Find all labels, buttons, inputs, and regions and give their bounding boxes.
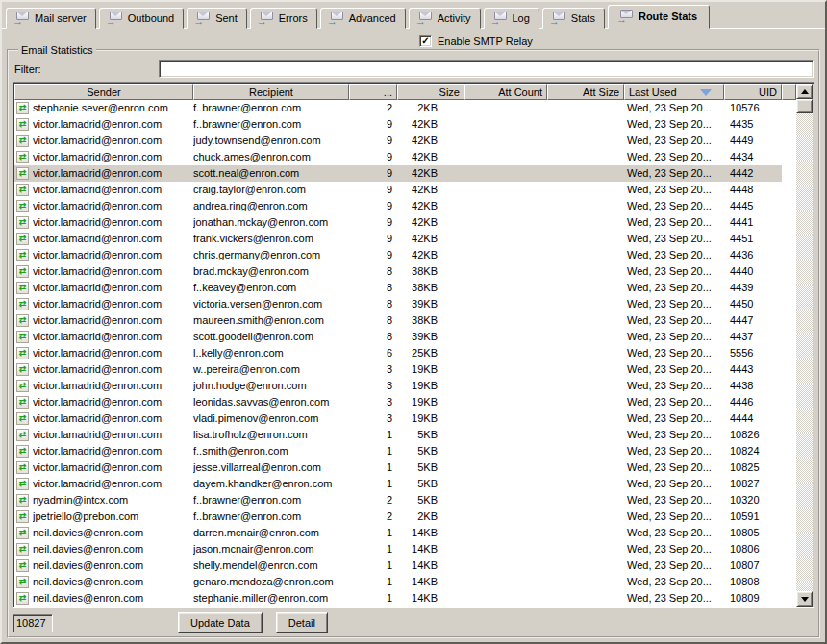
table-row[interactable]: ⇄ victor.lamadrid@enron.com f..brawner@e…	[14, 116, 782, 133]
size-cell: 19KB	[397, 394, 464, 410]
table-row[interactable]: ⇄ victor.lamadrid@enron.com jesse.villar…	[14, 459, 782, 476]
table-row[interactable]: ⇄ jpetriello@prebon.com f..brawner@enron…	[14, 508, 782, 525]
route-icon: ⇄	[16, 233, 29, 245]
tab[interactable]: → Stats	[542, 8, 605, 29]
scroll-up-button[interactable]	[796, 84, 813, 99]
size-cell: 25KB	[397, 345, 464, 361]
table-row[interactable]: ⇄ victor.lamadrid@enron.com lisa.trofhol…	[14, 427, 782, 443]
table-row[interactable]: ⇄ victor.lamadrid@enron.com john.hodge@e…	[14, 378, 782, 394]
tab[interactable]: → Log	[484, 8, 539, 29]
count-cell: 1	[349, 459, 397, 476]
att-size-cell	[547, 345, 624, 361]
table-row[interactable]: ⇄ victor.lamadrid@enron.com chris.german…	[14, 247, 782, 263]
table-row[interactable]: ⇄ victor.lamadrid@enron.com chuck.ames@e…	[14, 149, 782, 165]
table-row[interactable]: ⇄ victor.lamadrid@enron.com dayem.khandk…	[14, 476, 782, 492]
table-row[interactable]: ⇄ victor.lamadrid@enron.com craig.taylor…	[14, 182, 782, 198]
tab[interactable]: → Mail server	[6, 8, 96, 29]
uid-cell: 10826	[724, 427, 782, 443]
table-row[interactable]: ⇄ victor.lamadrid@enron.com victoria.ver…	[14, 296, 782, 312]
table-row[interactable]: ⇄ victor.lamadrid@enron.com brad.mckay@e…	[14, 263, 782, 280]
column-header-recipient[interactable]: Recipient	[193, 84, 349, 100]
sender-cell: victor.lamadrid@enron.com	[33, 361, 162, 378]
last-used-cell: Wed, 23 Sep 20...	[624, 116, 724, 133]
column-header-sender[interactable]: Sender	[14, 84, 193, 100]
uid-cell: 10824	[724, 443, 782, 459]
table-row[interactable]: ⇄ neil.davies@enron.com jason.mcnair@enr…	[14, 541, 782, 557]
detail-button[interactable]: Detail	[276, 612, 328, 633]
table-row[interactable]: ⇄ neil.davies@enron.com genaro.mendoza@e…	[14, 574, 782, 590]
tab[interactable]: → Outbound	[99, 8, 184, 29]
tab[interactable]: → Activity	[409, 8, 481, 29]
mail-forward-icon: →	[617, 10, 634, 22]
last-used-cell: Wed, 23 Sep 20...	[624, 345, 724, 361]
scroll-down-button[interactable]	[796, 591, 813, 607]
table-body: ⇄ stephanie.sever@enron.com f..brawner@e…	[14, 100, 796, 607]
att-count-cell	[464, 263, 547, 280]
route-icon: ⇄	[16, 298, 29, 310]
uid-cell: 4448	[724, 182, 782, 198]
uid-cell: 10808	[724, 574, 782, 590]
table-row[interactable]: ⇄ victor.lamadrid@enron.com vladi.pimeno…	[14, 410, 782, 427]
table-row[interactable]: ⇄ victor.lamadrid@enron.com maureen.smit…	[14, 312, 782, 329]
count-cell: 6	[349, 345, 397, 361]
uid-cell: 4437	[724, 329, 782, 345]
table-row[interactable]: ⇄ victor.lamadrid@enron.com f..smith@enr…	[14, 443, 782, 459]
forward-arrow-icon: →	[257, 16, 267, 27]
table-row[interactable]: ⇄ victor.lamadrid@enron.com frank.vicker…	[14, 231, 782, 247]
uid-cell: 10320	[724, 492, 782, 508]
count-cell: 1	[349, 476, 397, 492]
table-row[interactable]: ⇄ victor.lamadrid@enron.com l..kelly@enr…	[14, 345, 782, 361]
table-row[interactable]: ⇄ nyadmin@intcx.com f..brawner@enron.com…	[14, 492, 782, 508]
scrollbar-thumb[interactable]	[796, 99, 813, 113]
table-row[interactable]: ⇄ victor.lamadrid@enron.com w..pereira@e…	[14, 361, 782, 378]
table-row[interactable]: ⇄ neil.davies@enron.com shelly.mendel@en…	[14, 557, 782, 574]
update-data-button[interactable]: Update Data	[178, 612, 263, 633]
tab[interactable]: → Errors	[250, 8, 317, 29]
tab[interactable]: → Route Stats	[608, 5, 710, 29]
tab[interactable]: → Sent	[187, 8, 247, 29]
sender-cell: victor.lamadrid@enron.com	[33, 345, 162, 361]
sender-cell: victor.lamadrid@enron.com	[33, 133, 162, 149]
att-size-cell	[547, 410, 624, 427]
sender-cell: victor.lamadrid@enron.com	[33, 165, 162, 182]
column-header-uid[interactable]: UID	[724, 84, 782, 100]
column-header-att-size[interactable]: Att Size	[547, 84, 624, 100]
att-count-cell	[464, 312, 547, 329]
forward-arrow-icon: →	[193, 16, 204, 27]
table-row[interactable]: ⇄ victor.lamadrid@enron.com f..keavey@en…	[14, 280, 782, 296]
table-row[interactable]: ⇄ stephanie.sever@enron.com f..brawner@e…	[14, 100, 782, 116]
table-row[interactable]: ⇄ victor.lamadrid@enron.com leonidas.sav…	[14, 394, 782, 410]
sender-cell: victor.lamadrid@enron.com	[33, 231, 162, 247]
table-row[interactable]: ⇄ victor.lamadrid@enron.com scott.goodel…	[14, 329, 782, 345]
scrollbar-track[interactable]	[796, 113, 813, 591]
column-header-stub	[782, 84, 796, 100]
column-header-att-count[interactable]: Att Count	[464, 84, 547, 100]
count-cell: 1	[349, 574, 397, 590]
att-size-cell	[547, 296, 624, 312]
tab-bar: → Mail server → Outbound → Sent →	[2, 2, 825, 28]
table-row[interactable]: ⇄ victor.lamadrid@enron.com andrea.ring@…	[14, 198, 782, 214]
recipient-cell: dayem.khandker@enron.com	[193, 476, 349, 492]
column-header-count[interactable]: ...	[349, 84, 397, 100]
tab[interactable]: → Advanced	[320, 8, 406, 29]
table-row[interactable]: ⇄ neil.davies@enron.com stephanie.miller…	[14, 590, 782, 607]
last-used-cell: Wed, 23 Sep 20...	[624, 100, 724, 116]
att-count-cell	[464, 329, 547, 345]
uid-cell: 4447	[724, 312, 782, 329]
size-cell: 5KB	[397, 476, 464, 492]
table-row[interactable]: ⇄ victor.lamadrid@enron.com scott.neal@e…	[14, 165, 782, 182]
column-header-last-used[interactable]: Last Used	[624, 84, 724, 100]
att-count-cell	[464, 492, 547, 508]
table-row[interactable]: ⇄ victor.lamadrid@enron.com judy.townsen…	[14, 133, 782, 149]
filter-input[interactable]	[159, 60, 814, 78]
vertical-scrollbar[interactable]	[796, 84, 813, 607]
table-row[interactable]: ⇄ neil.davies@enron.com darren.mcnair@en…	[14, 525, 782, 541]
column-header-size[interactable]: Size	[397, 84, 464, 100]
uid-cell: 10825	[724, 459, 782, 476]
recipient-cell: victoria.versen@enron.com	[193, 296, 349, 312]
uid-cell: 4441	[724, 214, 782, 231]
att-count-cell	[464, 410, 547, 427]
sender-cell: neil.davies@enron.com	[33, 541, 143, 557]
forward-arrow-icon: →	[616, 14, 627, 25]
table-row[interactable]: ⇄ victor.lamadrid@enron.com jonathan.mck…	[14, 214, 782, 231]
